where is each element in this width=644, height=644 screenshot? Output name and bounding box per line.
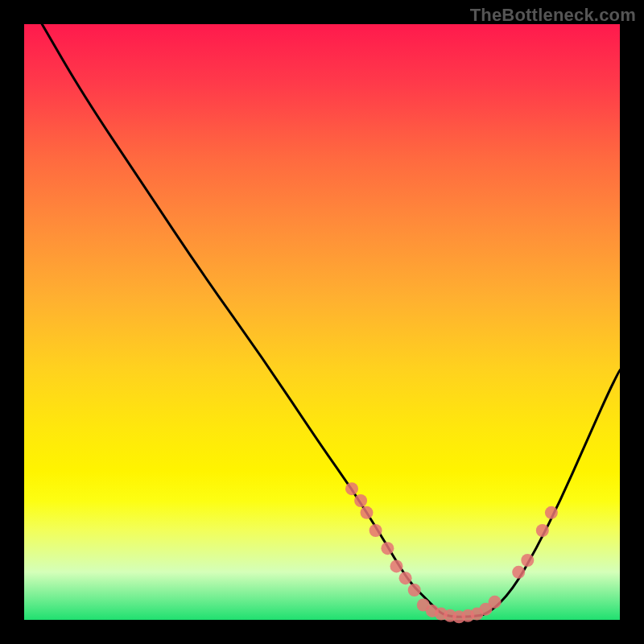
data-point: [345, 482, 358, 495]
curve-layer: [24, 24, 620, 620]
data-point: [408, 584, 421, 597]
data-point: [399, 572, 412, 584]
bottleneck-curve: [42, 24, 620, 617]
data-point: [369, 524, 382, 537]
data-points: [345, 482, 558, 623]
data-point: [545, 506, 558, 519]
data-point: [390, 559, 403, 572]
data-point: [381, 542, 394, 555]
data-point: [489, 596, 502, 609]
data-point: [512, 566, 525, 579]
chart-frame: TheBottleneck.com: [0, 0, 644, 644]
watermark-text: TheBottleneck.com: [470, 5, 636, 26]
data-point: [521, 554, 534, 567]
data-point: [354, 494, 367, 507]
data-point: [361, 506, 374, 519]
plot-area: [24, 24, 620, 620]
data-point: [536, 524, 549, 537]
